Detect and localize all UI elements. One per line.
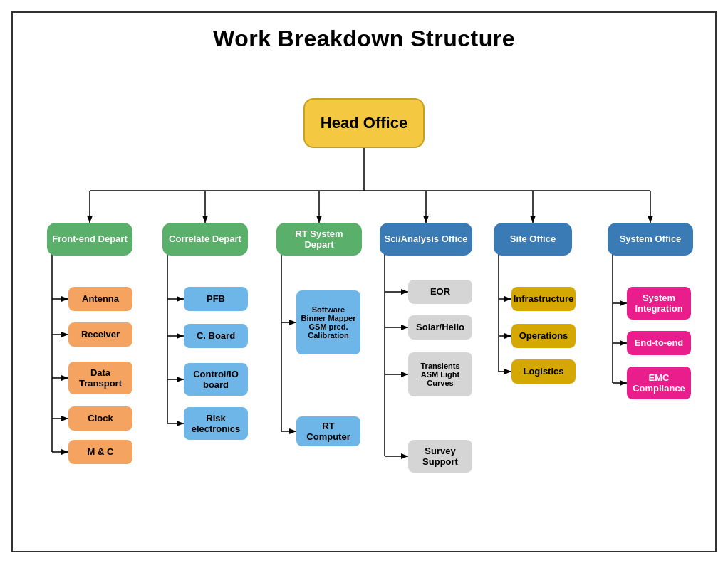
diagram-container: Work Breakdown Structure [11,11,717,552]
risk-electronics-node: Risk electronics [184,407,248,440]
logistics-node: Logistics [511,359,576,384]
receiver-node: Receiver [68,322,132,347]
controlio-node: Control/IO board [184,363,248,396]
svg-marker-22 [61,416,68,421]
svg-marker-33 [177,421,184,426]
system-integration-node: System Integration [627,287,691,320]
transients-node: Transients ASM Light Curves [408,352,472,396]
svg-marker-41 [401,289,408,295]
svg-marker-16 [61,296,68,302]
svg-marker-29 [177,333,184,339]
svg-marker-47 [401,453,408,459]
scianalysis-office-node: Sci/Analysis Office [380,223,472,256]
svg-marker-45 [401,372,408,377]
survey-support-node: Survey Support [408,440,472,473]
clock-node: Clock [68,406,132,431]
operations-node: Operations [511,324,576,348]
system-office-node: System Office [608,223,693,256]
svg-marker-27 [177,296,184,302]
svg-marker-13 [648,216,653,223]
svg-marker-24 [61,449,68,455]
mc-node: M & C [68,440,132,464]
page-title: Work Breakdown Structure [13,13,715,52]
emc-compliance-node: EMC Compliance [627,367,691,399]
solar-helio-node: Solar/Helio [408,315,472,340]
site-office-node: Site Office [494,223,572,256]
cboard-node: C. Board [184,324,248,348]
svg-marker-11 [423,216,429,223]
svg-marker-9 [202,216,208,223]
frontend-depart-node: Front-end Depart [47,223,132,256]
svg-marker-36 [289,320,296,325]
svg-marker-8 [87,216,93,223]
eor-node: EOR [408,280,472,304]
software-binner-node: Software Binner Mapper GSM pred. Calibra… [296,290,360,354]
head-office-node: Head Office [303,98,425,148]
correlate-depart-node: Correlate Depart [162,223,248,256]
svg-marker-38 [289,428,296,434]
svg-marker-10 [316,216,322,223]
svg-marker-52 [504,333,511,339]
svg-marker-31 [177,377,184,382]
antenna-node: Antenna [68,287,132,311]
svg-marker-54 [504,369,511,374]
rt-computer-node: RT Computer [296,416,360,446]
infrastructure-node: Infrastructure [511,287,576,311]
pfb-node: PFB [184,287,248,311]
svg-marker-18 [61,332,68,337]
rtsystem-depart-node: RT System Depart [276,223,362,256]
end-to-end-node: End-to-end [627,331,691,355]
svg-marker-12 [530,216,536,223]
svg-marker-20 [61,375,68,381]
svg-marker-43 [401,325,408,330]
svg-marker-50 [504,296,511,302]
svg-marker-59 [620,340,627,346]
svg-marker-57 [620,300,627,306]
svg-marker-61 [620,380,627,386]
connector-lines [13,13,715,551]
data-transport-node: Data Transport [68,362,132,394]
